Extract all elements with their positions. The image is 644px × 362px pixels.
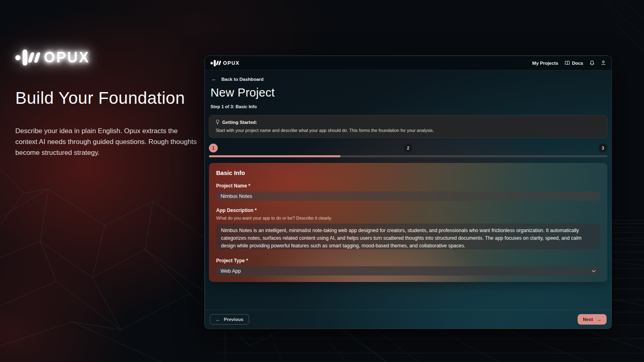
app-window: OPUX My Projects Docs xyxy=(204,56,612,329)
arrow-right-icon: → xyxy=(596,317,601,323)
navbar-brand[interactable]: OPUX xyxy=(211,60,239,66)
step-progress-label: Step 1 of 3: Basic Info xyxy=(209,104,607,109)
bell-icon[interactable] xyxy=(590,60,594,66)
back-arrow-icon: ← xyxy=(211,76,217,82)
nav-link-docs[interactable]: Docs xyxy=(565,61,583,66)
arrow-left-icon: ← xyxy=(215,317,221,323)
getting-started-tip: Getting Started: Start with your project… xyxy=(209,115,607,138)
step-indicator: 1 2 3 xyxy=(209,144,607,157)
brand-logo-icon xyxy=(15,49,39,66)
project-name-input[interactable] xyxy=(216,191,600,201)
hero-title: Build Your Foundation xyxy=(15,88,200,108)
app-description-label: App Description * xyxy=(216,208,600,213)
back-to-dashboard-link[interactable]: ← Back to Dashboard xyxy=(209,76,607,82)
lightbulb-icon xyxy=(216,119,219,125)
step-circle-1[interactable]: 1 xyxy=(209,144,218,152)
tip-title: Getting Started: xyxy=(222,120,257,125)
project-name-label: Project Name * xyxy=(216,183,600,189)
chevron-down-icon xyxy=(592,270,596,272)
project-type-label: Project Type * xyxy=(216,258,600,263)
navbar-brand-text: OPUX xyxy=(223,60,239,66)
card-heading: Basic Info xyxy=(216,169,600,176)
wizard-footer: ← Previous Next → xyxy=(205,310,611,329)
tip-body: Start with your project name and describ… xyxy=(216,128,601,133)
project-type-select[interactable]: Web App xyxy=(216,266,600,276)
basic-info-card: Basic Info Project Name * App Descriptio… xyxy=(209,163,607,282)
progress-fill xyxy=(209,155,341,157)
user-icon[interactable] xyxy=(601,60,606,66)
navbar-brand-icon xyxy=(211,60,221,66)
app-navbar: OPUX My Projects Docs xyxy=(205,56,611,70)
book-icon xyxy=(565,61,570,65)
app-description-textarea[interactable]: Nimbus Notes is an intelligent, minimali… xyxy=(216,224,600,249)
hero-description: Describe your idea in plain English. Opu… xyxy=(15,125,200,158)
brand-logo-text: OPUX xyxy=(44,49,90,66)
progress-track xyxy=(209,155,607,157)
navbar-right: My Projects Docs xyxy=(532,60,606,66)
previous-button[interactable]: ← Previous xyxy=(210,314,249,325)
app-description-helper: What do you want your app to do or be? D… xyxy=(216,216,600,220)
window-main: ← Back to Dashboard New Project Step 1 o… xyxy=(205,70,611,310)
page-title: New Project xyxy=(209,86,607,99)
tip-title-row: Getting Started: xyxy=(216,119,601,125)
back-link-label: Back to Dashboard xyxy=(221,77,264,82)
step-circle-2[interactable]: 2 xyxy=(404,144,413,152)
step-circle-3[interactable]: 3 xyxy=(599,144,607,152)
hero-panel: OPUX Build Your Foundation Describe your… xyxy=(15,49,200,158)
next-button[interactable]: Next → xyxy=(578,314,607,325)
nav-link-my-projects[interactable]: My Projects xyxy=(532,61,558,66)
project-type-value: Web App xyxy=(221,268,241,274)
brand-logo: OPUX xyxy=(15,49,200,66)
